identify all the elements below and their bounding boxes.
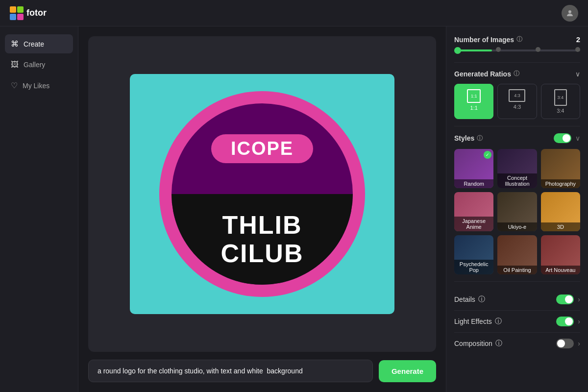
style-nouveau-label: Art Nouveau (541, 266, 580, 274)
content-area: ICOPE THLIBCILUB Generate (78, 26, 446, 392)
image-count: 2 (576, 35, 580, 44)
ratio-1-1-label: 1:1 (470, 105, 478, 111)
ratio-3-4-label: 3:4 (557, 108, 564, 114)
style-random-label: Random (454, 179, 493, 188)
composition-row[interactable]: Composition ⓘ › (454, 333, 580, 354)
style-3d-label: 3D (541, 222, 580, 231)
number-of-images-title: Number of Images ⓘ (454, 35, 522, 44)
details-info-icon: ⓘ (478, 295, 485, 304)
ratio-3-4-button[interactable]: 3:4 3:4 (541, 84, 580, 119)
logo-preview: ICOPE THLIBCILUB (130, 74, 394, 314)
light-effects-right: › (556, 317, 580, 326)
sidebar-item-likes-label: My Likes (23, 82, 49, 90)
image-count-slider[interactable] (454, 49, 580, 51)
style-psychedelic-label: Psychedelic Pop (454, 260, 493, 274)
ratios-chevron-icon[interactable]: ∨ (575, 70, 580, 78)
info-icon: ⓘ (516, 35, 522, 44)
ratio-4-3-icon: 4:3 (509, 89, 525, 102)
sidebar: ⌘ Create 🖼 Gallery ♡ My Likes (0, 26, 78, 392)
svg-rect-1 (17, 6, 24, 13)
prompt-input[interactable] (88, 360, 373, 382)
composition-info-icon: ⓘ (495, 339, 502, 348)
ratio-4-3-button[interactable]: 4:3 4:3 (497, 84, 537, 119)
sidebar-item-create[interactable]: ⌘ Create (5, 34, 73, 53)
number-of-images-header: Number of Images ⓘ 2 (454, 35, 580, 44)
ratio-grid: 1:1 1:1 4:3 4:3 3:4 3:4 (454, 84, 580, 119)
logo-circle-outer: ICOPE THLIBCILUB (159, 91, 365, 297)
styles-toggle-knob (563, 134, 570, 142)
slider-dot-2 (496, 47, 501, 52)
slider-dot-3 (536, 47, 540, 52)
sidebar-item-gallery[interactable]: 🖼 Gallery (5, 55, 73, 74)
ratio-1-1-button[interactable]: 1:1 1:1 (454, 84, 493, 119)
details-chevron-icon: › (578, 295, 580, 303)
create-icon: ⌘ (11, 39, 19, 49)
composition-toggle[interactable] (556, 339, 574, 348)
styles-toggle[interactable] (554, 133, 571, 143)
style-item-nouveau[interactable]: Art Nouveau (541, 235, 580, 274)
details-title: Details (454, 295, 475, 303)
header: fotor (0, 0, 588, 26)
canvas-wrapper: ICOPE THLIBCILUB (88, 36, 436, 352)
style-concept-label: Concept Illustration (497, 173, 537, 188)
style-item-photography[interactable]: Photography (541, 149, 580, 188)
svg-rect-2 (10, 14, 16, 20)
logo[interactable]: fotor (10, 6, 47, 20)
ratio-1-1-icon: 1:1 (467, 89, 481, 103)
style-item-anime[interactable]: Japanese Anime (454, 192, 493, 231)
right-panel: Number of Images ⓘ 2 Generated Ratios (446, 26, 588, 392)
light-effects-toggle[interactable] (556, 317, 574, 326)
light-effects-row[interactable]: Light Effects ⓘ › (454, 311, 580, 333)
styles-chevron-icon[interactable]: ∨ (575, 134, 580, 142)
style-item-oil[interactable]: Oil Painting (497, 235, 537, 274)
styles-section: Styles ⓘ ∨ ✓ Random (454, 133, 580, 282)
details-left: Details ⓘ (454, 295, 485, 304)
number-of-images-section: Number of Images ⓘ 2 (454, 35, 580, 63)
generated-ratios-title: Generated Ratios ⓘ (454, 70, 519, 78)
style-item-random[interactable]: ✓ Random (454, 149, 493, 188)
logo-top-text: ICOPE (211, 134, 313, 163)
fotor-logo-icon (10, 6, 24, 20)
generate-button[interactable]: Generate (379, 360, 436, 382)
styles-title: Styles ⓘ (454, 134, 483, 143)
svg-point-4 (568, 10, 571, 13)
logo-bottom-half: THLIBCILUB (172, 194, 353, 285)
details-right: › (556, 294, 580, 304)
logo-circle-inner: ICOPE THLIBCILUB (172, 103, 353, 285)
main-layout: ⌘ Create 🖼 Gallery ♡ My Likes ICOPE (0, 26, 588, 392)
styles-controls: ∨ (554, 133, 580, 143)
avatar[interactable] (562, 5, 578, 22)
svg-rect-3 (17, 14, 24, 20)
details-toggle[interactable] (556, 294, 574, 304)
sidebar-item-likes[interactable]: ♡ My Likes (5, 76, 73, 95)
slider-dot-4 (575, 47, 580, 52)
sidebar-item-gallery-label: Gallery (24, 61, 45, 69)
style-item-concept[interactable]: Concept Illustration (497, 149, 537, 188)
generated-ratios-header: Generated Ratios ⓘ ∨ (454, 70, 580, 78)
sidebar-item-create-label: Create (24, 40, 44, 48)
style-item-psychedelic[interactable]: Psychedelic Pop (454, 235, 493, 274)
generated-ratios-section: Generated Ratios ⓘ ∨ 1:1 1:1 4:3 4:3 (454, 70, 580, 126)
logo-text: fotor (26, 8, 47, 18)
ratio-4-3-label: 4:3 (514, 104, 521, 110)
style-check-icon: ✓ (484, 151, 491, 159)
composition-toggle-knob (557, 340, 565, 347)
ratios-info-icon: ⓘ (514, 70, 519, 78)
style-item-3d[interactable]: 3D (541, 192, 580, 231)
style-anime-label: Japanese Anime (454, 217, 493, 231)
styles-grid: ✓ Random Concept Illustration Photograph… (454, 149, 580, 274)
composition-title: Composition (454, 340, 492, 347)
gallery-icon: 🖼 (11, 60, 19, 69)
generated-image: ICOPE THLIBCILUB (88, 36, 436, 352)
composition-chevron-icon: › (578, 340, 580, 347)
light-effects-left: Light Effects ⓘ (454, 317, 502, 326)
logo-top-half: ICOPE (172, 103, 353, 194)
svg-rect-0 (10, 6, 16, 13)
style-item-ukiyo[interactable]: Ukiyo-e (497, 192, 537, 231)
heart-icon: ♡ (11, 81, 18, 90)
logo-main-text: THLIBCILUB (221, 211, 304, 267)
composition-right: › (556, 339, 580, 348)
details-row[interactable]: Details ⓘ › (454, 289, 580, 311)
light-effects-info-icon: ⓘ (495, 317, 502, 326)
prompt-bar: Generate (88, 360, 436, 382)
